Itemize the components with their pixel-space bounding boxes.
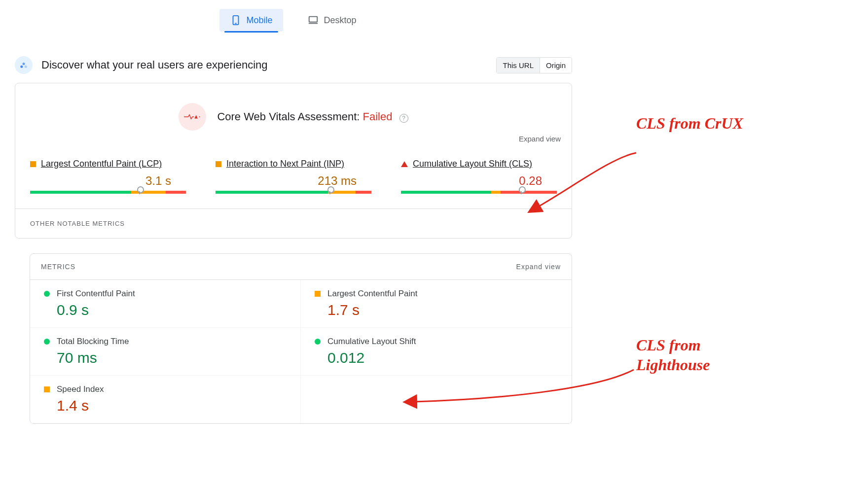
device-tabs: Mobile Desktop: [15, 0, 572, 36]
svg-point-5: [23, 63, 25, 65]
svg-marker-7: [195, 115, 198, 119]
metric-lcp-value: 1.7 s: [315, 299, 558, 318]
toggle-origin[interactable]: Origin: [540, 58, 572, 73]
triangle-icon: [401, 161, 408, 167]
cwv-metric-lcp: Largest Contentful Paint (LCP) 3.1 s: [30, 159, 186, 194]
help-icon[interactable]: ?: [399, 114, 408, 123]
metric-empty: [301, 376, 572, 423]
status-dot-icon: [44, 291, 50, 297]
metric-tbt-value: 70 ms: [44, 347, 287, 366]
metric-fcp: First Contentful Paint 0.9 s: [30, 280, 301, 328]
scope-toggle: This URL Origin: [496, 57, 572, 73]
svg-point-8: [199, 116, 200, 117]
assessment-status: Failed: [363, 110, 393, 123]
metric-cls: Cumulative Layout Shift 0.012: [301, 328, 572, 376]
metric-cls-name: Cumulative Layout Shift: [327, 337, 416, 347]
cwv-cls-distribution: [401, 191, 557, 194]
svg-rect-2: [309, 17, 318, 22]
metric-lcp: Largest Contentful Paint 1.7 s: [301, 280, 572, 328]
cwv-metric-cls: Cumulative Layout Shift (CLS) 0.28: [401, 159, 557, 194]
metrics-heading: METRICS: [41, 263, 75, 271]
tab-desktop[interactable]: Desktop: [297, 9, 367, 32]
metric-si: Speed Index 1.4 s: [30, 376, 301, 423]
cwv-cls-link[interactable]: Cumulative Layout Shift (CLS): [413, 159, 532, 169]
metric-si-name: Speed Index: [57, 384, 104, 394]
cwv-inp-link[interactable]: Interaction to Next Paint (INP): [226, 159, 344, 169]
metric-si-value: 1.4 s: [44, 394, 287, 414]
assessment-status-icon: [179, 103, 206, 131]
cwv-metric-inp: Interaction to Next Paint (INP) 213 ms: [216, 159, 371, 194]
status-square-icon: [44, 386, 50, 392]
metric-lcp-name: Largest Contentful Paint: [327, 289, 417, 299]
metric-fcp-value: 0.9 s: [44, 299, 287, 318]
toggle-this-url[interactable]: This URL: [497, 58, 540, 73]
cwv-cls-value: 0.28: [401, 169, 557, 191]
svg-point-4: [20, 66, 23, 68]
field-data-card: Core Web Vitals Assessment: Failed ? Exp…: [15, 83, 572, 239]
cwv-lcp-link[interactable]: Largest Contentful Paint (LCP): [41, 159, 162, 169]
metric-cls-value: 0.012: [315, 347, 558, 366]
lab-metrics-card: METRICS Expand view First Contentful Pai…: [30, 253, 572, 424]
assessment-text: Core Web Vitals Assessment: Failed ?: [217, 110, 408, 123]
metric-tbt: Total Blocking Time 70 ms: [30, 328, 301, 376]
cwv-lcp-value: 3.1 s: [30, 169, 186, 191]
status-dot-icon: [315, 339, 321, 345]
metrics-expand-link[interactable]: Expand view: [516, 263, 561, 271]
status-square-icon: [315, 291, 321, 297]
annotation-crux: CLS from CrUX: [636, 113, 764, 133]
annotation-lighthouse: CLS from Lighthouse: [636, 335, 764, 375]
section-title: Discover what your real users are experi…: [41, 59, 268, 71]
mobile-icon: [230, 15, 241, 26]
square-icon: [216, 161, 221, 167]
tab-desktop-label: Desktop: [324, 15, 356, 26]
tab-mobile[interactable]: Mobile: [219, 9, 283, 32]
expand-view-link[interactable]: Expand view: [519, 135, 561, 143]
metric-fcp-name: First Contentful Paint: [57, 289, 135, 299]
status-dot-icon: [44, 339, 50, 345]
field-data-icon: [15, 56, 33, 74]
desktop-icon: [308, 15, 319, 26]
cwv-inp-distribution: [216, 191, 371, 194]
cwv-lcp-distribution: [30, 191, 186, 194]
other-metrics-heading: OTHER NOTABLE METRICS: [15, 209, 572, 238]
cwv-inp-value: 213 ms: [216, 169, 371, 191]
svg-point-6: [25, 66, 27, 68]
metric-tbt-name: Total Blocking Time: [57, 337, 129, 347]
tab-mobile-label: Mobile: [246, 15, 272, 26]
assessment-label: Core Web Vitals Assessment:: [217, 110, 360, 123]
square-icon: [30, 161, 36, 167]
